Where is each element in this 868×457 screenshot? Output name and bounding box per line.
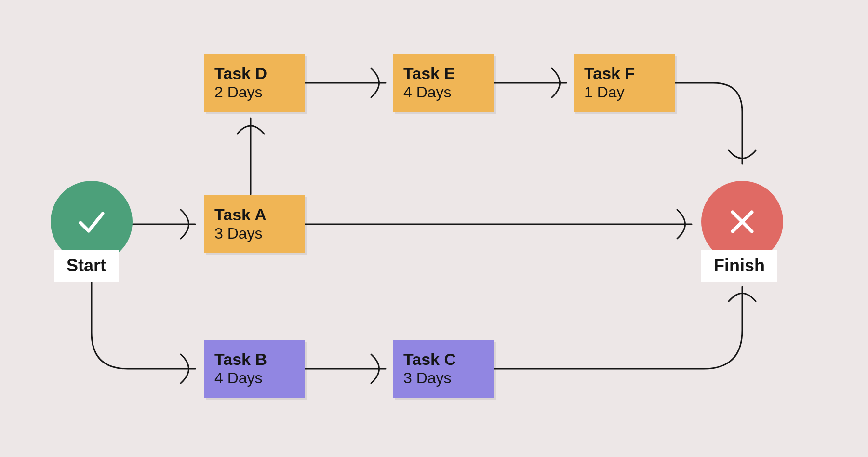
edge-a-d-tip: [237, 126, 264, 134]
start-label: Start: [54, 250, 119, 282]
edge-start-a-tip: [181, 210, 189, 239]
task-d: Task D 2 Days: [204, 54, 305, 112]
task-d-duration: 2 Days: [214, 83, 294, 101]
edge-a-finish-tip: [677, 210, 685, 239]
project-network-diagram: Start Finish Task D 2 Days Task E 4 Days…: [0, 0, 868, 457]
task-d-title: Task D: [214, 64, 294, 83]
edge-start-b: [92, 270, 195, 369]
task-f-title: Task F: [584, 64, 664, 83]
task-b: Task B 4 Days: [204, 340, 305, 398]
task-b-duration: 4 Days: [214, 369, 294, 387]
edge-c-finish-tip: [729, 294, 756, 302]
finish-label: Finish: [701, 250, 777, 282]
task-c: Task C 3 Days: [393, 340, 494, 398]
task-a-duration: 3 Days: [214, 224, 294, 242]
check-icon: [73, 203, 110, 241]
x-icon: [725, 204, 760, 239]
edge-f-finish-tip: [729, 150, 756, 159]
task-f: Task F 1 Day: [574, 54, 675, 112]
task-b-title: Task B: [214, 350, 294, 369]
task-a-title: Task A: [214, 205, 294, 224]
edge-f-finish: [675, 83, 742, 164]
edge-e-f-tip: [552, 68, 560, 97]
task-f-duration: 1 Day: [584, 83, 664, 101]
task-c-title: Task C: [403, 350, 483, 369]
edge-start-b-tip: [181, 354, 189, 383]
task-e-title: Task E: [403, 64, 483, 83]
edge-c-finish: [494, 287, 742, 369]
task-c-duration: 3 Days: [403, 369, 483, 387]
task-e-duration: 4 Days: [403, 83, 483, 101]
task-a: Task A 3 Days: [204, 195, 305, 253]
task-e: Task E 4 Days: [393, 54, 494, 112]
edge-d-e-tip: [371, 68, 379, 97]
edge-b-c-tip: [371, 354, 379, 383]
